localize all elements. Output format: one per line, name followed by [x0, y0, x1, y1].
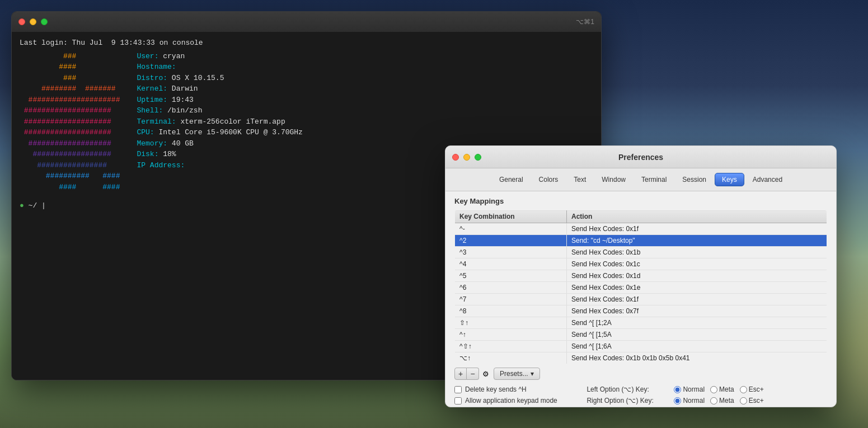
presets-label: Presets...: [500, 370, 528, 378]
action-cell: Send Hex Codes: 0x1f: [567, 294, 827, 305]
left-meta-radio[interactable]: [710, 386, 717, 393]
table-row[interactable]: ^↑ Send ^[ [1;5A: [455, 329, 827, 341]
tab-window[interactable]: Window: [594, 173, 633, 186]
right-normal-radio[interactable]: [674, 397, 681, 405]
left-normal-radio[interactable]: [674, 386, 681, 393]
right-meta-option: Meta: [710, 397, 734, 405]
prefs-body: General Colors Text Window Terminal Sess…: [445, 168, 836, 407]
key-cell: ^-: [455, 223, 567, 235]
login-line: Last login: Thu Jul 9 13:43:33 on consol…: [20, 37, 593, 49]
prefs-titlebar: Preferences: [445, 146, 836, 168]
key-cell: ^2: [455, 235, 567, 247]
left-option-radio-group: Normal Meta Esc+: [674, 385, 768, 393]
key-cell: ^4: [455, 258, 567, 270]
allow-keypad-label: Allow application keypad mode: [465, 397, 557, 405]
table-row[interactable]: ^⇧↑ Send ^[ [1;6A: [455, 341, 827, 352]
left-normal-option: Normal: [674, 385, 705, 393]
right-meta-label: Meta: [719, 397, 734, 405]
info-uptime: Uptime: 19:43: [137, 95, 302, 106]
remove-mapping-button[interactable]: −: [467, 368, 479, 380]
action-cell: Send Hex Codes: 0x7f: [567, 305, 827, 317]
neofetch-info: User: cryan Hostname: Distro: OS X 10.15…: [137, 51, 302, 193]
info-hostname: Hostname:: [137, 62, 302, 73]
preferences-window: Preferences General Colors Text Window T…: [445, 145, 837, 407]
right-option-label: Right Option (⌥) Key:: [587, 397, 670, 405]
tab-terminal[interactable]: Terminal: [634, 173, 674, 186]
tab-advanced[interactable]: Advanced: [745, 173, 790, 186]
table-row[interactable]: ^3 Send Hex Codes: 0x1b: [455, 247, 827, 258]
maximize-button[interactable]: [41, 18, 48, 25]
prefs-title: Preferences: [618, 153, 663, 162]
info-cpu: CPU: Intel Core i5-9600K CPU @ 3.70GHz: [137, 127, 302, 138]
prefs-minimize-button[interactable]: [463, 154, 470, 161]
col-action: Action: [567, 210, 827, 223]
col-key-combination: Key Combination: [455, 210, 567, 223]
close-button[interactable]: [18, 18, 25, 25]
allow-keypad-checkbox[interactable]: [454, 397, 462, 405]
left-option-row: Left Option (⌥) Key: Normal Meta Esc+: [587, 385, 768, 393]
presets-button[interactable]: Presets... ▾: [494, 368, 540, 380]
key-mappings-table: Key Combination Action ^- Send Hex Codes…: [454, 210, 827, 364]
key-cell: ^8: [455, 305, 567, 317]
table-row[interactable]: ^5 Send Hex Codes: 0x1d: [455, 270, 827, 282]
add-mapping-button[interactable]: +: [454, 368, 467, 380]
table-row[interactable]: ^4 Send Hex Codes: 0x1c: [455, 258, 827, 270]
terminal-titlebar: ⌥⌘1: [12, 12, 601, 32]
left-esc-radio[interactable]: [740, 386, 747, 393]
right-option-row: Right Option (⌥) Key: Normal Meta Esc: [587, 397, 768, 405]
action-cell: Send Hex Codes: 0x1d: [567, 270, 827, 282]
left-meta-option: Meta: [710, 385, 734, 393]
table-row[interactable]: ^7 Send Hex Codes: 0x1f: [455, 294, 827, 305]
left-meta-label: Meta: [719, 385, 734, 393]
prefs-close-button[interactable]: [452, 154, 459, 161]
key-cell: ^7: [455, 294, 567, 305]
allow-keypad-row: Allow application keypad mode: [454, 397, 564, 405]
tab-text[interactable]: Text: [566, 173, 593, 186]
delete-key-label: Delete key sends ^H: [465, 385, 527, 393]
gear-icon: ⚙: [482, 370, 489, 378]
right-esc-option: Esc+: [740, 397, 764, 405]
key-cell: ^3: [455, 247, 567, 258]
left-esc-label: Esc+: [749, 385, 764, 393]
table-row[interactable]: ^2 Send: "cd ~/Desktop": [455, 235, 827, 247]
delete-key-checkbox[interactable]: [454, 386, 462, 393]
tab-keys[interactable]: Keys: [715, 173, 744, 186]
table-row[interactable]: ⌥↑ Send Hex Codes: 0x1b 0x1b 0x5b 0x41: [455, 352, 827, 364]
key-cell: ^⇧↑: [455, 341, 567, 352]
terminal-shortcut: ⌥⌘1: [576, 18, 594, 26]
table-row[interactable]: ^- Send Hex Codes: 0x1f: [455, 223, 827, 235]
table-toolbar: + − ⚙ Presets... ▾: [445, 364, 836, 383]
action-cell: Send Hex Codes: 0x1e: [567, 282, 827, 294]
action-cell: Send Hex Codes: 0x1b: [567, 247, 827, 258]
action-cell: Send ^[ [1;2A: [567, 317, 827, 329]
action-cell: Send Hex Codes: 0x1b 0x1b 0x5b 0x41: [567, 352, 827, 364]
key-cell: ^6: [455, 282, 567, 294]
info-terminal: Terminal: xterm-256color iTerm.app: [137, 116, 302, 128]
minimize-button[interactable]: [30, 18, 36, 25]
action-cell: Send: "cd ~/Desktop": [567, 235, 827, 247]
table-row[interactable]: ⇧↑ Send ^[ [1;2A: [455, 317, 827, 329]
radio-options-col: Left Option (⌥) Key: Normal Meta Esc+: [587, 385, 768, 405]
tab-session[interactable]: Session: [675, 173, 714, 186]
neofetch-art: ### #### ### ######## ####### ##########…: [20, 51, 120, 193]
table-row[interactable]: ^8 Send Hex Codes: 0x7f: [455, 305, 827, 317]
right-meta-radio[interactable]: [710, 397, 717, 405]
key-cell: ^↑: [455, 329, 567, 341]
tab-general[interactable]: General: [492, 173, 531, 186]
right-option-radio-group: Normal Meta Esc+: [674, 397, 768, 405]
key-mappings-section: Key Mappings Key Combination Action ^- S…: [445, 191, 836, 364]
right-esc-radio[interactable]: [740, 397, 747, 405]
prefs-maximize-button[interactable]: [475, 154, 481, 161]
tab-colors[interactable]: Colors: [532, 173, 566, 186]
info-distro: Distro: OS X 10.15.5: [137, 73, 302, 84]
info-memory: Memory: 40 GB: [137, 138, 302, 149]
table-row[interactable]: ^6 Send Hex Codes: 0x1e: [455, 282, 827, 294]
delete-key-row: Delete key sends ^H: [454, 385, 564, 393]
info-user: User: cryan: [137, 51, 302, 62]
right-esc-label: Esc+: [749, 397, 764, 405]
key-cell: ^5: [455, 270, 567, 282]
right-normal-label: Normal: [683, 397, 705, 405]
info-kernel: Kernel: Darwin: [137, 83, 302, 95]
prefs-traffic-lights: [452, 154, 481, 161]
action-cell: Send Hex Codes: 0x1c: [567, 258, 827, 270]
